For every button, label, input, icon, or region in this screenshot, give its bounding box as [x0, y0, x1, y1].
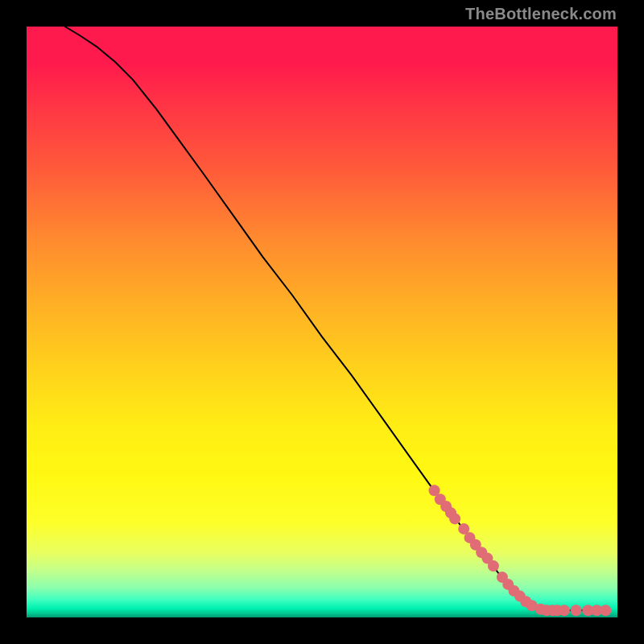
data-point	[449, 513, 460, 524]
plot-area	[27, 27, 617, 617]
watermark-text: TheBottleneck.com	[465, 5, 617, 23]
data-point	[559, 605, 570, 616]
curve-path	[65, 27, 606, 610]
data-point	[600, 605, 611, 616]
data-point	[488, 560, 499, 572]
curve-series	[65, 27, 606, 610]
data-point	[571, 605, 582, 616]
dots-series	[429, 485, 612, 616]
chart-overlay	[27, 27, 617, 617]
chart-stage: TheBottleneck.com	[0, 0, 644, 644]
